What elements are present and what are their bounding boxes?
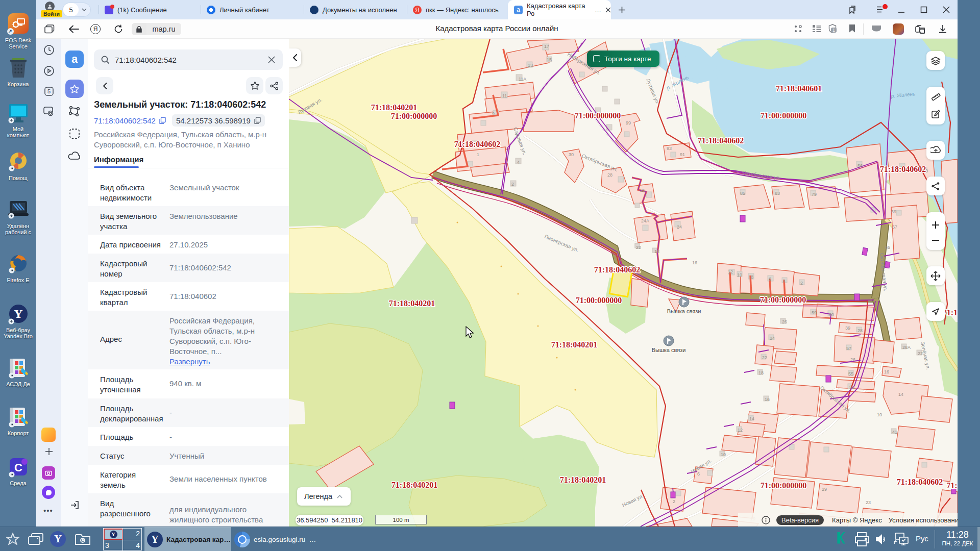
svg-text:71:18:040201: 71:18:040201 — [371, 103, 418, 112]
svg-text:30: 30 — [569, 152, 574, 157]
svg-text:71:18:040602: 71:18:040602 — [594, 265, 641, 274]
svg-text:17: 17 — [544, 44, 549, 49]
svg-text:11: 11 — [502, 93, 507, 98]
svg-text:6: 6 — [697, 471, 700, 477]
svg-text:29: 29 — [822, 487, 827, 492]
svg-text:С: С — [14, 461, 22, 474]
svg-text:71:18:040602: 71:18:040602 — [698, 136, 744, 145]
svg-text:22: 22 — [762, 355, 767, 360]
svg-text:Вышка связи: Вышка связи — [667, 308, 701, 314]
svg-text:26: 26 — [850, 357, 855, 362]
svg-text:4: 4 — [783, 279, 786, 284]
svg-text:28: 28 — [607, 172, 612, 178]
svg-text:13: 13 — [528, 63, 533, 68]
svg-text:30: 30 — [829, 312, 834, 317]
svg-text:Y: Y — [14, 307, 22, 320]
svg-text:99: 99 — [626, 120, 631, 126]
svg-text:14: 14 — [749, 416, 754, 421]
svg-text:71:18:040602: 71:18:040602 — [897, 478, 943, 486]
svg-text:10: 10 — [737, 272, 742, 278]
svg-text:79: 79 — [812, 192, 817, 197]
svg-text:2: 2 — [673, 499, 675, 504]
svg-text:26: 26 — [782, 319, 787, 324]
svg-text:4: 4 — [517, 160, 520, 165]
svg-text:71:18:040201: 71:18:040201 — [560, 475, 606, 484]
svg-text:Вышка связи: Вышка связи — [652, 347, 686, 353]
svg-text:22: 22 — [636, 245, 641, 250]
svg-text:71:18:040602: 71:18:040602 — [454, 140, 501, 148]
svg-text:12: 12 — [728, 269, 733, 274]
svg-text:56: 56 — [857, 163, 863, 168]
svg-text:16: 16 — [765, 397, 770, 402]
svg-text:71:18:040201: 71:18:040201 — [391, 481, 438, 489]
svg-text:41: 41 — [892, 430, 897, 435]
svg-text:71:18:040201: 71:18:040201 — [551, 340, 598, 349]
svg-text:18: 18 — [758, 370, 764, 375]
svg-text:24: 24 — [770, 336, 775, 341]
svg-text:71:00:000000: 71:00:000000 — [761, 111, 807, 120]
svg-text:22: 22 — [918, 351, 923, 356]
svg-text:71:00:000000: 71:00:000000 — [391, 112, 437, 120]
svg-text:93: 93 — [667, 146, 672, 151]
svg-text:85: 85 — [740, 191, 745, 196]
svg-text:57: 57 — [846, 346, 851, 351]
svg-text:14: 14 — [898, 392, 903, 397]
svg-text:71:00:000000: 71:00:000000 — [575, 111, 621, 120]
svg-text:65: 65 — [885, 245, 890, 250]
svg-text:53: 53 — [849, 385, 854, 390]
svg-text:71:0: 71:0 — [946, 481, 958, 490]
svg-text:12: 12 — [738, 428, 743, 433]
svg-text:24А: 24А — [641, 218, 649, 223]
svg-text:8: 8 — [751, 274, 753, 280]
svg-text:71:18:040201: 71:18:040201 — [389, 299, 435, 308]
svg-text:83: 83 — [775, 191, 780, 196]
svg-text:39: 39 — [845, 325, 850, 331]
svg-text:59: 59 — [812, 310, 817, 315]
svg-text:69: 69 — [891, 209, 896, 214]
svg-text:2: 2 — [800, 281, 803, 286]
svg-text:18: 18 — [654, 249, 659, 254]
svg-text:16: 16 — [692, 260, 697, 265]
svg-text:23: 23 — [866, 500, 871, 505]
svg-text:71:18:040602: 71:18:040602 — [880, 165, 926, 173]
svg-text:28А: 28А — [902, 345, 911, 350]
svg-text:55: 55 — [848, 371, 853, 377]
svg-text:11А: 11А — [519, 77, 526, 82]
svg-text:71:18:040601: 71:18:040601 — [776, 84, 822, 93]
svg-text:71:00:000000: 71:00:000000 — [760, 295, 806, 304]
svg-text:71:18:: 71:18: — [943, 308, 958, 317]
svg-text:6: 6 — [769, 277, 771, 282]
svg-text:67: 67 — [892, 224, 897, 230]
svg-text:2: 2 — [511, 182, 514, 187]
svg-text:71:00:000000: 71:00:000000 — [761, 481, 807, 490]
svg-text:28: 28 — [857, 328, 863, 333]
svg-text:5: 5 — [47, 88, 51, 94]
svg-text:1: 1 — [477, 152, 479, 157]
svg-text:10: 10 — [721, 452, 726, 457]
svg-text:16: 16 — [884, 369, 889, 374]
svg-text:9: 9 — [492, 111, 495, 116]
svg-text:10: 10 — [877, 412, 882, 417]
svg-text:91: 91 — [680, 152, 685, 157]
svg-text:24: 24 — [677, 224, 682, 230]
svg-text:15: 15 — [547, 57, 552, 62]
svg-text:71:00:000000: 71:00:000000 — [576, 296, 622, 305]
svg-text:26: 26 — [640, 188, 645, 193]
